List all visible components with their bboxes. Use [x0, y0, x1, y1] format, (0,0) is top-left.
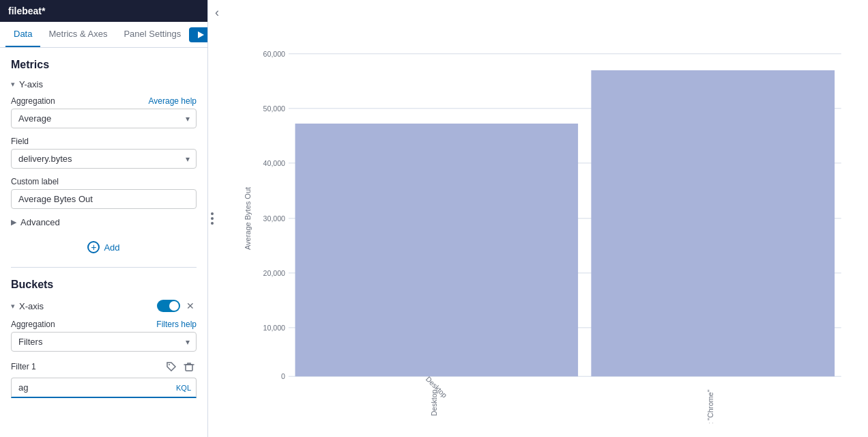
filter1-input[interactable]	[11, 378, 197, 398]
tab-metrics-axes[interactable]: Metrics & Axes	[40, 22, 115, 47]
tab-actions: ✕	[189, 27, 208, 42]
trash-icon	[184, 361, 194, 372]
svg-text:50,000: 50,000	[263, 104, 286, 113]
svg-point-1	[169, 364, 170, 365]
aggregation-row: Aggregation Average help Average Sum Min…	[11, 96, 197, 128]
y-axis-chevron: ▾	[11, 80, 15, 89]
field-select-wrapper: delivery.bytes	[11, 149, 197, 169]
main-area: ‹ Average Bytes Out 60,000 50,000 40,000…	[208, 0, 868, 437]
tag-icon	[166, 361, 177, 372]
aggregation-select[interactable]: Average Sum Min Max Count	[11, 109, 197, 128]
svg-text:60,000: 60,000	[263, 50, 286, 58]
field-select[interactable]: delivery.bytes	[11, 149, 197, 169]
add-btn-container: + Add	[11, 238, 197, 256]
dot1	[211, 212, 214, 215]
custom-label-label: Custom label	[11, 177, 59, 186]
filter1-input-wrapper: KQL	[11, 378, 197, 398]
svg-text:30,000: 30,000	[263, 214, 286, 223]
filter1-actions	[164, 360, 197, 373]
x-axis-header: ▾ X-axis ✕	[11, 299, 197, 313]
run-button[interactable]	[189, 27, 208, 42]
svg-marker-0	[198, 31, 204, 38]
y-axis-label: Y-axis	[19, 79, 43, 89]
svg-text:Desktop: Desktop	[430, 389, 438, 416]
sidebar: filebeat* Data Metrics & Axes Panel Sett…	[0, 0, 208, 437]
aggregation-label: Aggregation	[11, 96, 55, 106]
filter1-row: Filter 1	[11, 360, 197, 398]
sidebar-content: Metrics ▾ Y-axis Aggregation Average hel…	[0, 48, 207, 437]
bar-chrome[interactable]	[591, 70, 835, 376]
y-axis-section[interactable]: ▾ Y-axis	[11, 79, 197, 89]
svg-text:10,000: 10,000	[263, 324, 286, 332]
custom-label-input[interactable]: Average Bytes Out	[11, 189, 197, 209]
app-title: filebeat*	[8, 5, 45, 16]
x-axis-delete-button[interactable]: ✕	[184, 299, 197, 313]
chart-svg: 60,000 50,000 40,000 30,000 20,000 10,00…	[249, 7, 854, 423]
aggregation-select-wrapper: Average Sum Min Max Count	[11, 109, 197, 128]
buckets-section-title: Buckets	[11, 279, 197, 291]
filter1-header: Filter 1	[11, 360, 197, 373]
advanced-row[interactable]: ▶ Advanced	[11, 217, 197, 227]
chart-container: Average Bytes Out 60,000 50,000 40,000 3…	[208, 0, 868, 437]
dot3	[211, 222, 214, 225]
field-row: Field delivery.bytes	[11, 137, 197, 169]
x-axis-chevron[interactable]: ▾	[11, 302, 15, 311]
plus-icon: +	[87, 241, 100, 253]
filter1-delete-button[interactable]	[182, 360, 197, 373]
filter1-label: Filter 1	[11, 362, 36, 371]
x-axis-label: X-axis	[19, 301, 44, 311]
app-header: filebeat*	[0, 0, 207, 22]
advanced-label: Advanced	[20, 217, 60, 227]
metrics-section-title: Metrics	[11, 59, 197, 71]
sidebar-toggle[interactable]	[208, 207, 216, 230]
bucket-aggregation-select-wrapper: Filters Terms Date Histogram	[11, 332, 197, 352]
svg-text:0: 0	[281, 372, 285, 380]
advanced-chevron: ▶	[11, 218, 16, 227]
x-axis-actions: ✕	[157, 299, 197, 313]
tab-panel-settings[interactable]: Panel Settings	[115, 22, 189, 47]
svg-rect-2	[186, 365, 192, 371]
x-axis-label-row: ▾ X-axis	[11, 301, 44, 311]
bar-desktop[interactable]	[295, 124, 578, 376]
tabs-bar: Data Metrics & Axes Panel Settings ✕	[0, 22, 207, 48]
bucket-aggregation-label: Aggregation	[11, 320, 55, 329]
svg-text:20,000: 20,000	[263, 269, 286, 277]
custom-label-row: Custom label Average Bytes Out	[11, 177, 197, 209]
x-axis-delete-icon: ✕	[186, 300, 194, 311]
kql-badge: KQL	[176, 384, 191, 392]
svg-text:40,000: 40,000	[263, 159, 286, 167]
x-axis-toggle[interactable]	[157, 300, 180, 312]
section-divider	[11, 267, 197, 268]
svg-text:t.browser.keyword : "Chrome": t.browser.keyword : "Chrome"	[706, 389, 714, 423]
aggregation-help-link[interactable]: Average help	[149, 96, 197, 106]
filter1-tag-button[interactable]	[164, 360, 179, 373]
add-button[interactable]: + Add	[87, 238, 119, 256]
bucket-aggregation-select[interactable]: Filters Terms Date Histogram	[11, 332, 197, 352]
bucket-aggregation-row: Aggregation Filters help Filters Terms D…	[11, 320, 197, 352]
bucket-aggregation-help[interactable]: Filters help	[156, 320, 197, 329]
y-axis-chart-label: Average Bytes Out	[244, 187, 252, 250]
field-label: Field	[11, 137, 29, 146]
add-label: Add	[104, 242, 119, 253]
tab-data[interactable]: Data	[5, 22, 40, 47]
dot2	[211, 217, 214, 220]
run-icon	[196, 30, 205, 40]
